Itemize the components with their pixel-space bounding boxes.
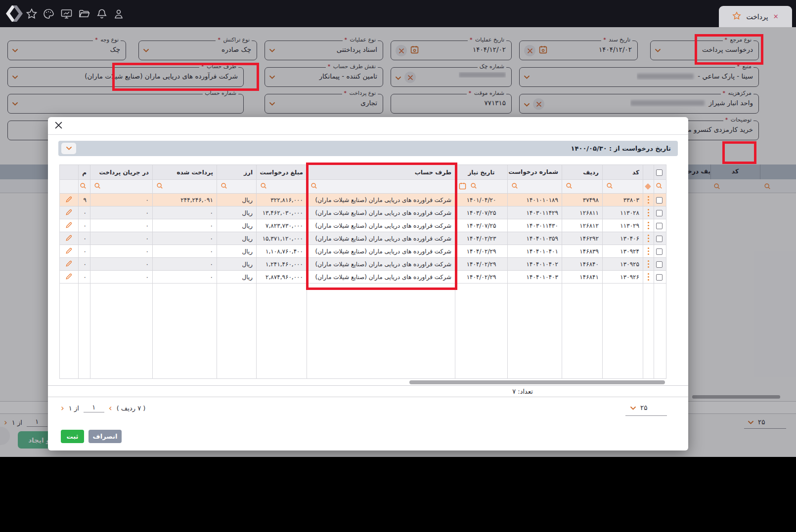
cell-paid: ۲۴۴,۲۴۶,۰۹۱ [153, 194, 217, 206]
table-row[interactable]: ۱۳۰۹۲۴ ۱۴۶۸۳۹ ۱۴۰۴۰۱۰۴۰۱ ۱۴۰۴/۰۲/۲۹ شرکت… [60, 245, 666, 258]
filter-code[interactable] [603, 180, 643, 194]
kebab-menu-icon[interactable] [648, 222, 650, 230]
filter-paid[interactable] [153, 180, 217, 194]
row-menu[interactable] [643, 245, 654, 258]
page-of-label: از ۱ [69, 405, 79, 412]
user-profile-icon[interactable] [113, 8, 125, 20]
favorites-star-icon[interactable] [26, 8, 38, 20]
row-edit-button[interactable] [60, 219, 79, 232]
next-page-icon[interactable]: › [109, 404, 112, 412]
row-checkbox-cell[interactable] [654, 232, 666, 245]
tab-star-icon[interactable] [732, 11, 741, 22]
info-bar-expand-button[interactable] [61, 143, 76, 154]
cell-amount: ۱۵,۳۷۱,۱۲۰,۰۰۰ [257, 232, 307, 245]
row-checkbox[interactable] [656, 248, 663, 255]
calendar-icon[interactable] [459, 182, 466, 191]
filter-select[interactable] [654, 180, 666, 194]
col-paid[interactable]: پرداخت شده [153, 165, 217, 180]
row-edit-button[interactable] [60, 271, 79, 284]
filter-row-no[interactable] [562, 180, 603, 194]
col-in-progress[interactable]: در جریان پرداخت [90, 165, 153, 180]
kebab-menu-icon[interactable] [648, 247, 650, 255]
col-currency[interactable]: ارز [217, 165, 257, 180]
filter-m[interactable] [79, 180, 90, 194]
row-checkbox[interactable] [656, 274, 663, 281]
row-checkbox-cell[interactable] [654, 258, 666, 271]
table-row[interactable]: ۱۱۳۰۲۸ ۱۲۶۸۱۱ ۱۴۰۳۰۱۱۴۲۹ ۱۴۰۳/۰۷/۲۵ شرکت… [60, 206, 666, 219]
col-code[interactable]: کد [603, 165, 643, 180]
cell-request-no: ۱۴۰۴۰۱۰۴۰۲ [508, 258, 562, 271]
modal-horizontal-scrollbar[interactable] [409, 380, 665, 384]
filter-in-progress[interactable] [90, 180, 153, 194]
filter-need-date[interactable] [455, 180, 508, 194]
kebab-menu-icon[interactable] [648, 196, 650, 204]
row-edit-button[interactable] [60, 194, 79, 206]
table-row[interactable]: ۱۳۰۹۲۶ ۱۴۶۸۴۱ ۱۴۰۴۰۱۰۴۰۳ ۱۴۰۴/۰۲/۲۹ شرکت… [60, 271, 666, 284]
row-checkbox[interactable] [656, 210, 663, 216]
kebab-menu-icon[interactable] [648, 235, 650, 243]
table-header-row: کد ردیف شماره درخواست تاریخ نیاز طرف حسا… [60, 165, 666, 180]
table-row[interactable]: ۱۳۰۴۰۶ ۱۴۶۲۹۲ ۱۴۰۴۰۱۰۳۵۹ ۱۴۰۴/۰۲/۲۳ شرکت… [60, 232, 666, 245]
search-icon[interactable] [470, 182, 477, 191]
tab-close-icon[interactable]: ✕ [773, 13, 779, 20]
col-request-no[interactable]: شماره درخواست [508, 165, 562, 180]
filter-party[interactable] [307, 180, 455, 194]
modal-close-icon[interactable] [55, 122, 65, 131]
row-checkbox-cell[interactable] [654, 219, 666, 232]
rows-count-label: ( ۷ ردیف ) [117, 405, 146, 412]
row-menu[interactable] [643, 258, 654, 271]
select-all-header[interactable] [654, 165, 666, 180]
row-checkbox-cell[interactable] [654, 245, 666, 258]
table-row[interactable]: ۱۳۰۹۲۵ ۱۴۶۸۴۰ ۱۴۰۴۰۱۰۴۰۲ ۱۴۰۴/۰۲/۲۹ شرکت… [60, 258, 666, 271]
row-menu[interactable] [643, 206, 654, 219]
tab-payment[interactable]: پرداخت ✕ [719, 6, 792, 27]
cell-need-date: ۱۴۰۱/۰۴/۲۰ [455, 194, 508, 206]
col-need-date[interactable]: تاریخ نیاز [455, 165, 508, 180]
theme-palette-icon[interactable] [43, 8, 54, 20]
notifications-bell-icon[interactable] [96, 8, 108, 20]
row-checkbox-cell[interactable] [654, 271, 666, 284]
dashboard-monitor-icon[interactable] [60, 8, 72, 20]
modal-page-size-select[interactable]: ۲۵ [630, 404, 648, 411]
col-party[interactable]: طرف حساب [307, 165, 455, 180]
row-checkbox[interactable] [656, 236, 663, 242]
row-edit-button[interactable] [60, 258, 79, 271]
filter-clear-icon[interactable] [643, 180, 654, 194]
table-row[interactable]: ۳۳۸۰۳ ۳۷۴۹۸ ۱۴۰۱۰۱۰۱۸۹ ۱۴۰۱/۰۴/۲۰ شرکت ف… [60, 194, 666, 206]
page-input[interactable]: ۱ [84, 404, 104, 412]
row-edit-button[interactable] [60, 245, 79, 258]
menu-column-header [643, 165, 654, 180]
submit-button[interactable]: ثبت [61, 430, 84, 443]
kebab-menu-icon[interactable] [648, 273, 650, 281]
filter-currency[interactable] [217, 180, 257, 194]
row-menu[interactable] [643, 194, 654, 206]
prev-page-icon[interactable]: ‹ [61, 404, 64, 412]
cell-code: ۱۱۳۰۲۸ [603, 206, 643, 219]
row-menu[interactable] [643, 219, 654, 232]
col-amount[interactable]: مبلغ درخواست [257, 165, 307, 180]
row-checkbox-cell[interactable] [654, 206, 666, 219]
cell-party: شرکت فراورده های دریایی ماران (صنایع شیل… [307, 206, 455, 219]
row-checkbox[interactable] [656, 223, 663, 229]
folder-icon[interactable] [78, 8, 90, 20]
col-row[interactable]: ردیف [562, 165, 603, 180]
row-edit-button[interactable] [60, 206, 79, 219]
row-menu[interactable] [643, 232, 654, 245]
cancel-button[interactable]: انصراف [88, 430, 122, 443]
row-checkbox-cell[interactable] [654, 194, 666, 206]
count-row: تعداد: ۷ [48, 385, 688, 397]
select-all-checkbox[interactable] [656, 169, 663, 176]
filter-amount[interactable] [257, 180, 307, 194]
row-edit-button[interactable] [60, 232, 79, 245]
cell-row: ۱۴۶۸۴۰ [562, 258, 603, 271]
cell-row: ۱۴۶۸۳۹ [562, 245, 603, 258]
row-checkbox[interactable] [656, 197, 663, 204]
col-m[interactable]: م [79, 165, 90, 180]
table-row[interactable]: ۱۱۳۰۲۹ ۱۲۶۸۱۲ ۱۴۰۳۰۱۱۴۳۰ ۱۴۰۳/۰۷/۲۵ شرکت… [60, 219, 666, 232]
kebab-menu-icon[interactable] [648, 260, 650, 268]
row-menu[interactable] [643, 271, 654, 284]
modal-pagination: ( ۷ ردیف ) › ۱ از ۱ ‹ [61, 404, 145, 412]
filter-request-no[interactable] [508, 180, 562, 194]
row-checkbox[interactable] [656, 261, 663, 268]
kebab-menu-icon[interactable] [648, 209, 650, 217]
